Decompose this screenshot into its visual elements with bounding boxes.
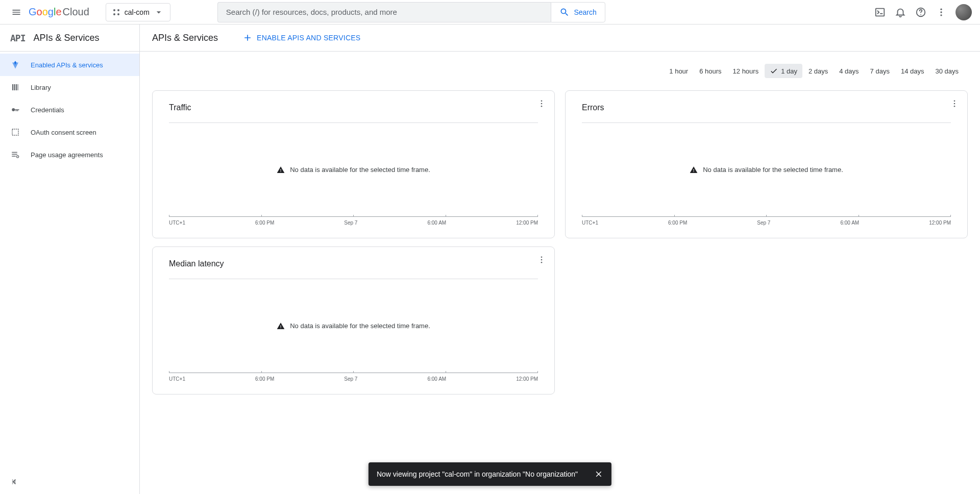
no-data-text: No data is available for the selected ti… [290, 166, 430, 174]
time-range-14days[interactable]: 14 days [896, 64, 929, 78]
cards-row-1: Traffic No data is available for the sel… [152, 90, 968, 238]
close-icon [594, 470, 603, 479]
sidebar-item-label: Library [31, 84, 51, 91]
svg-point-3 [117, 13, 119, 15]
content-area: APIs & Services ENABLE APIS AND SERVICES… [140, 24, 980, 494]
time-range-6hours[interactable]: 6 hours [694, 64, 726, 78]
toast-notification: Now viewing project "cal-com" in organiz… [369, 462, 611, 486]
search-container: Search (/) for resources, docs, products… [217, 2, 605, 22]
cards-row-2: Median latency No data is available for … [152, 246, 968, 394]
card-menu-button[interactable] [537, 255, 546, 264]
agreements-icon [10, 150, 20, 160]
search-button[interactable]: Search [551, 2, 605, 22]
sidebar: API APIs & Services Enabled APIs & servi… [0, 24, 140, 494]
chevron-down-icon [154, 7, 164, 17]
svg-point-9 [12, 108, 15, 111]
svg-point-18 [541, 256, 543, 258]
chart-area: No data is available for the selected ti… [582, 123, 951, 216]
menu-icon [11, 7, 21, 17]
svg-point-8 [940, 14, 942, 16]
search-placeholder: Search (/) for resources, docs, products… [226, 8, 397, 16]
time-range-1day[interactable]: 1 day [765, 64, 802, 78]
more-vert-icon [936, 7, 946, 17]
terminal-icon [874, 7, 886, 18]
axis-label: 6:00 PM [255, 376, 274, 382]
sidebar-item-credentials[interactable]: Credentials [0, 98, 139, 121]
time-range-2days[interactable]: 2 days [803, 64, 833, 78]
time-range-30days[interactable]: 30 days [930, 64, 964, 78]
card-menu-button[interactable] [950, 99, 959, 108]
enable-apis-button[interactable]: ENABLE APIS AND SERVICES [242, 33, 360, 43]
svg-rect-10 [12, 129, 18, 135]
help-icon [915, 7, 926, 18]
chart-x-axis: UTC+1 6:00 PM Sep 7 6:00 AM 12:00 PM [582, 216, 951, 226]
axis-label: UTC+1 [169, 220, 185, 226]
svg-point-12 [541, 100, 543, 102]
svg-point-19 [541, 259, 543, 261]
project-name: cal-com [125, 8, 150, 16]
axis-label: 12:00 PM [516, 220, 538, 226]
chevron-left-icon [9, 477, 19, 487]
warning-icon [277, 166, 285, 174]
no-data-text: No data is available for the selected ti… [703, 166, 843, 174]
svg-point-1 [117, 9, 119, 11]
cloud-shell-button[interactable] [870, 2, 890, 22]
toast-close-button[interactable] [594, 470, 603, 479]
content-header: APIs & Services ENABLE APIS AND SERVICES [140, 24, 980, 52]
sidebar-title: APIs & Services [34, 33, 100, 43]
sidebar-item-library[interactable]: Library [0, 76, 139, 98]
axis-label: 12:00 PM [929, 220, 951, 226]
axis-label: 6:00 AM [427, 376, 446, 382]
project-picker[interactable]: cal-com [106, 3, 170, 21]
svg-point-2 [113, 13, 115, 15]
time-range-12hours[interactable]: 12 hours [728, 64, 764, 78]
help-button[interactable] [911, 2, 931, 22]
time-range-7days[interactable]: 7 days [865, 64, 895, 78]
sidebar-item-oauth[interactable]: OAuth consent screen [0, 121, 139, 143]
more-options-button[interactable] [931, 2, 951, 22]
sidebar-collapse-button[interactable] [8, 476, 20, 488]
card-title: Errors [582, 103, 951, 112]
toast-message: Now viewing project "cal-com" in organiz… [377, 470, 578, 478]
time-range-label: 1 day [781, 67, 797, 75]
sidebar-item-enabled-apis[interactable]: Enabled APIs & services [0, 54, 139, 76]
hamburger-menu-button[interactable] [4, 0, 29, 24]
sidebar-header[interactable]: API APIs & Services [0, 24, 139, 52]
card-menu-button[interactable] [537, 99, 546, 108]
svg-point-7 [940, 11, 942, 13]
top-app-bar: Google Cloud cal-com Search (/) for reso… [0, 0, 980, 24]
svg-point-6 [940, 8, 942, 10]
sidebar-item-label: Credentials [31, 106, 64, 114]
time-range-4days[interactable]: 4 days [834, 64, 864, 78]
search-button-label: Search [574, 8, 596, 16]
svg-point-20 [541, 262, 543, 263]
google-cloud-logo[interactable]: Google Cloud [29, 6, 89, 18]
more-vert-icon [950, 99, 959, 108]
warning-icon [277, 322, 285, 330]
svg-point-15 [954, 100, 955, 102]
traffic-card: Traffic No data is available for the sel… [152, 90, 555, 238]
no-data-text: No data is available for the selected ti… [290, 322, 430, 330]
time-range-1hour[interactable]: 1 hour [664, 64, 693, 78]
more-vert-icon [537, 255, 546, 264]
svg-point-13 [541, 103, 543, 105]
svg-point-16 [954, 103, 955, 105]
diamond-icon [10, 60, 20, 70]
project-icon [112, 8, 120, 16]
search-input[interactable]: Search (/) for resources, docs, products… [217, 2, 551, 22]
more-vert-icon [537, 99, 546, 108]
account-avatar[interactable] [955, 4, 972, 20]
sidebar-item-label: Page usage agreements [31, 151, 103, 159]
svg-point-0 [113, 9, 115, 11]
chart-x-axis: UTC+1 6:00 PM Sep 7 6:00 AM 12:00 PM [169, 216, 538, 226]
axis-label: UTC+1 [582, 220, 598, 226]
no-data-message: No data is available for the selected ti… [277, 166, 430, 174]
axis-label: Sep 7 [344, 376, 357, 382]
enable-apis-label: ENABLE APIS AND SERVICES [257, 34, 360, 42]
library-icon [10, 82, 20, 92]
no-data-message: No data is available for the selected ti… [690, 166, 843, 174]
notifications-button[interactable] [890, 2, 911, 22]
latency-card: Median latency No data is available for … [152, 246, 555, 394]
svg-rect-4 [876, 8, 885, 16]
sidebar-item-agreements[interactable]: Page usage agreements [0, 143, 139, 166]
